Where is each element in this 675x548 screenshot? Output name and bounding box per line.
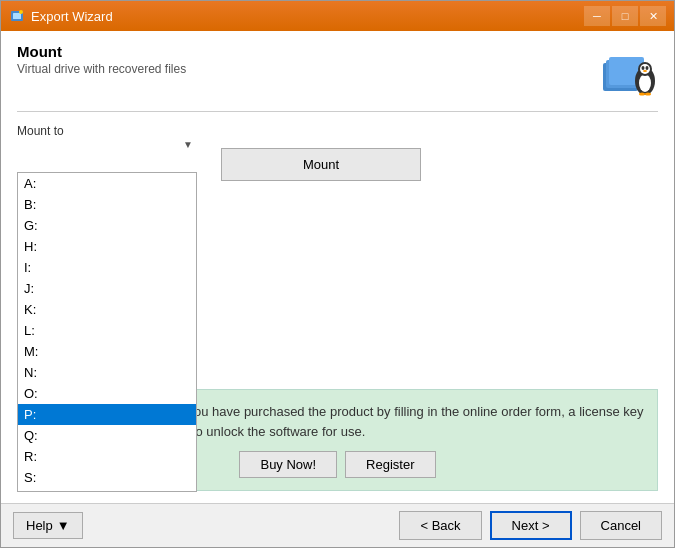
minimize-button[interactable]: ─ (584, 6, 610, 26)
drive-option[interactable]: B: (18, 194, 196, 215)
maximize-button[interactable]: □ (612, 6, 638, 26)
drive-option[interactable]: L: (18, 320, 196, 341)
drive-option[interactable]: G: (18, 215, 196, 236)
title-bar-controls: ─ □ ✕ (584, 6, 666, 26)
close-button[interactable]: ✕ (640, 6, 666, 26)
drive-option[interactable]: O: (18, 383, 196, 404)
main-content: Mount to A:B:G:H:I:J:K:L:M:N:O:P:Q:R:S:T… (17, 124, 658, 181)
dropdown-arrow-icon: ▼ (183, 139, 193, 150)
register-button[interactable]: Register (345, 451, 435, 478)
content-area: Mount Virtual drive with recovered files (1, 31, 674, 503)
bottom-bar: Help ▼ < Back Next > Cancel (1, 503, 674, 547)
drive-option[interactable]: N: (18, 362, 196, 383)
drive-option[interactable]: Q: (18, 425, 196, 446)
mount-button-container: Mount (221, 148, 421, 181)
next-button[interactable]: Next > (490, 511, 572, 540)
drive-option[interactable]: J: (18, 278, 196, 299)
help-arrow-icon: ▼ (57, 518, 70, 533)
title-bar: Export Wizard ─ □ ✕ (1, 1, 674, 31)
page-title: Mount (17, 43, 186, 60)
bottom-right: < Back Next > Cancel (399, 511, 662, 540)
left-panel: Mount to A:B:G:H:I:J:K:L:M:N:O:P:Q:R:S:T… (17, 124, 197, 144)
svg-point-10 (642, 66, 645, 70)
svg-point-13 (639, 93, 645, 96)
drive-option[interactable]: M: (18, 341, 196, 362)
mount-to-label: Mount to (17, 124, 197, 138)
title-bar-title: Export Wizard (31, 9, 584, 24)
export-wizard-window: Export Wizard ─ □ ✕ Mount Virtual drive … (0, 0, 675, 548)
wizard-icon (598, 43, 658, 103)
header-row: Mount Virtual drive with recovered files (17, 43, 658, 103)
drive-option[interactable]: R: (18, 446, 196, 467)
svg-point-11 (646, 66, 649, 70)
svg-point-12 (643, 70, 647, 72)
drive-option[interactable]: P: (18, 404, 196, 425)
drive-option[interactable]: I: (18, 257, 196, 278)
bottom-left: Help ▼ (13, 512, 83, 539)
help-button[interactable]: Help ▼ (13, 512, 83, 539)
svg-point-9 (640, 64, 650, 74)
svg-point-14 (645, 93, 651, 96)
drive-option[interactable]: A: (18, 173, 196, 194)
back-button[interactable]: < Back (399, 511, 481, 540)
drive-option[interactable]: H: (18, 236, 196, 257)
buy-now-button[interactable]: Buy Now! (239, 451, 337, 478)
drive-dropdown[interactable]: A:B:G:H:I:J:K:L:M:N:O:P:Q:R:S:T:U:V:W:X:… (17, 172, 197, 492)
drive-option[interactable]: S: (18, 467, 196, 488)
drive-option[interactable]: T: (18, 488, 196, 492)
page-header: Mount Virtual drive with recovered files (17, 43, 186, 76)
header-divider (17, 111, 658, 112)
cancel-button[interactable]: Cancel (580, 511, 662, 540)
title-bar-icon (9, 8, 25, 24)
mount-button[interactable]: Mount (221, 148, 421, 181)
svg-point-7 (639, 74, 651, 92)
help-label: Help (26, 518, 53, 533)
svg-point-2 (19, 10, 23, 14)
drive-option[interactable]: K: (18, 299, 196, 320)
page-subtitle: Virtual drive with recovered files (17, 62, 186, 76)
svg-rect-1 (13, 13, 21, 19)
